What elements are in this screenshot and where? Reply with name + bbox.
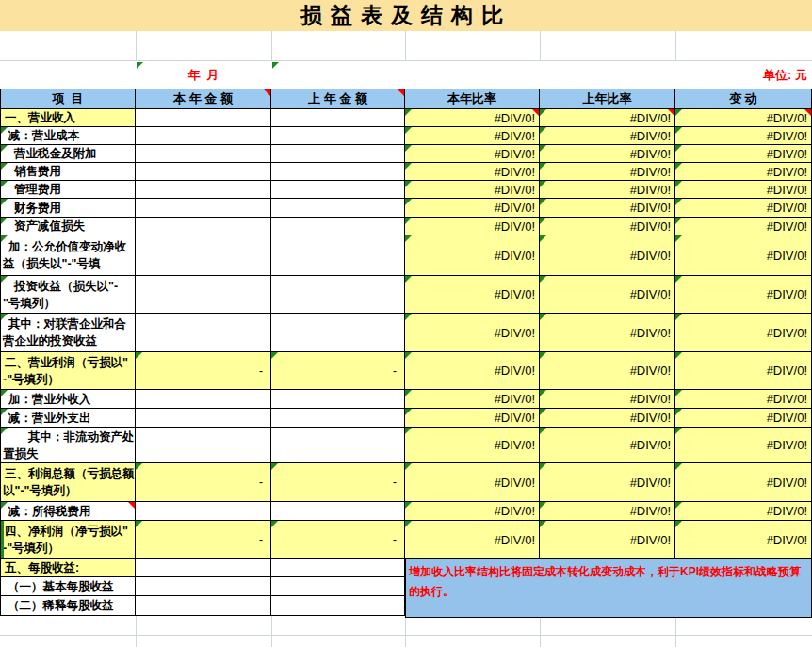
cell-ratio-prior-year[interactable]: #DIV/0!	[540, 502, 675, 521]
cell-item-label[interactable]: 加：营业外收入	[1, 390, 136, 409]
cell-amount-current-year[interactable]	[136, 235, 271, 276]
cell-ratio-change[interactable]: #DIV/0!	[675, 502, 812, 521]
cell-amount-current-year[interactable]	[136, 314, 271, 352]
cell-amount-current-year[interactable]	[136, 163, 271, 181]
cell-ratio-prior-year[interactable]: #DIV/0!	[540, 218, 675, 235]
cell-ratio-prior-year[interactable]: #DIV/0!	[540, 409, 675, 428]
cell-amount-prior-year[interactable]	[271, 181, 405, 199]
cell-amount-current-year[interactable]	[136, 199, 271, 218]
cell-ratio-prior-year[interactable]: #DIV/0!	[540, 428, 675, 463]
cell-item-label[interactable]: 三、利润总额（亏损总额 以"-"号填列）	[1, 463, 136, 502]
cell-ratio-change[interactable]: #DIV/0!	[675, 199, 812, 218]
cell-amount-prior-year[interactable]	[271, 502, 405, 521]
cell-amount-prior-year[interactable]	[271, 428, 405, 463]
cell-amount-current-year[interactable]	[136, 276, 271, 314]
cell-item-label[interactable]: 二、营业利润（亏损以" -"号填列）	[1, 352, 136, 390]
cell-ratio-prior-year[interactable]: #DIV/0!	[540, 276, 675, 314]
column-header-5[interactable]: 上年比率	[540, 89, 675, 109]
cell-amount-current-year[interactable]	[136, 218, 271, 235]
cell-ratio-change[interactable]: #DIV/0!	[675, 127, 812, 145]
cell-amount-prior-year[interactable]	[271, 276, 405, 314]
cell-ratio-current-year[interactable]: #DIV/0!	[405, 109, 540, 127]
cell-item-label[interactable]: 资产减值损失	[1, 218, 136, 235]
cell-item-label[interactable]: 财务费用	[1, 199, 136, 218]
unit-cell[interactable]: 单位: 元	[763, 61, 807, 89]
sheet-title-cell[interactable]: 损益表及结构比	[0, 0, 812, 31]
cell-item-label[interactable]: 销售费用	[1, 163, 136, 181]
cell-amount-current-year[interactable]	[136, 577, 271, 596]
cell-amount-current-year[interactable]: -	[136, 352, 271, 390]
cell-ratio-change[interactable]: #DIV/0!	[675, 109, 812, 127]
cell-amount-current-year[interactable]	[136, 409, 271, 428]
cell-ratio-change[interactable]: #DIV/0!	[675, 463, 812, 502]
cell-ratio-prior-year[interactable]: #DIV/0!	[540, 521, 675, 559]
cell-item-label[interactable]: 五、每股收益:	[1, 559, 136, 577]
cell-amount-prior-year[interactable]	[271, 127, 405, 145]
cell-ratio-change[interactable]: #DIV/0!	[675, 409, 812, 428]
cell-amount-prior-year[interactable]: -	[271, 463, 405, 502]
cell-amount-prior-year[interactable]	[271, 199, 405, 218]
cell-ratio-prior-year[interactable]: #DIV/0!	[540, 109, 675, 127]
cell-ratio-prior-year[interactable]: #DIV/0!	[540, 314, 675, 352]
cell-ratio-change[interactable]: #DIV/0!	[675, 390, 812, 409]
cell-ratio-prior-year[interactable]: #DIV/0!	[540, 199, 675, 218]
cell-ratio-current-year[interactable]: #DIV/0!	[405, 502, 540, 521]
cell-amount-current-year[interactable]	[136, 502, 271, 521]
cell-item-label[interactable]: 营业税金及附加	[1, 145, 136, 163]
cell-item-label[interactable]: 投资收益（损失以"- "号填列）	[1, 276, 136, 314]
cell-ratio-change[interactable]: #DIV/0!	[675, 521, 812, 559]
note-cell[interactable]: 增加收入比率结构比将固定成本转化成变动成本，利于KPI绩效指标和战略预算的执行。	[405, 558, 812, 618]
cell-item-label[interactable]: 减：营业成本	[1, 127, 136, 145]
cell-ratio-change[interactable]: #DIV/0!	[675, 428, 812, 463]
cell-ratio-prior-year[interactable]: #DIV/0!	[540, 390, 675, 409]
cell-ratio-prior-year[interactable]: #DIV/0!	[540, 145, 675, 163]
cell-item-label[interactable]: 减：营业外支出	[1, 409, 136, 428]
cell-amount-prior-year[interactable]	[271, 109, 405, 127]
cell-ratio-current-year[interactable]: #DIV/0!	[405, 409, 540, 428]
cell-ratio-current-year[interactable]: #DIV/0!	[405, 163, 540, 181]
cell-amount-prior-year[interactable]: -	[271, 352, 405, 390]
cell-amount-prior-year[interactable]	[271, 409, 405, 428]
cell-ratio-current-year[interactable]: #DIV/0!	[405, 428, 540, 463]
column-header-3[interactable]: 上 年 金 额	[271, 89, 405, 109]
cell-item-label[interactable]: 一、营业收入	[1, 109, 136, 127]
cell-ratio-prior-year[interactable]: #DIV/0!	[540, 463, 675, 502]
cell-item-label[interactable]: 减：所得税费用	[1, 502, 136, 521]
cell-amount-current-year[interactable]	[136, 390, 271, 409]
cell-ratio-current-year[interactable]: #DIV/0!	[405, 181, 540, 199]
column-header-4[interactable]: 本年比率	[405, 89, 540, 109]
year-month-cell[interactable]: 年 月	[136, 61, 271, 89]
cell-item-label[interactable]: 加：公允价值变动净收 益（损失以"-"号填	[1, 235, 136, 276]
column-header-6[interactable]: 变 动	[675, 89, 812, 109]
cell-amount-prior-year[interactable]: -	[271, 521, 405, 559]
column-header-1[interactable]: 项 目	[1, 89, 136, 109]
cell-item-label[interactable]: 管理费用	[1, 181, 136, 199]
cell-ratio-change[interactable]: #DIV/0!	[675, 218, 812, 235]
cell-ratio-current-year[interactable]: #DIV/0!	[405, 199, 540, 218]
cell-ratio-change[interactable]: #DIV/0!	[675, 352, 812, 390]
cell-ratio-change[interactable]: #DIV/0!	[675, 163, 812, 181]
cell-amount-current-year[interactable]: -	[136, 463, 271, 502]
cell-amount-current-year[interactable]	[136, 559, 271, 577]
cell-ratio-current-year[interactable]: #DIV/0!	[405, 352, 540, 390]
cell-amount-prior-year[interactable]	[271, 145, 405, 163]
cell-ratio-change[interactable]: #DIV/0!	[675, 314, 812, 352]
cell-amount-current-year[interactable]: -	[136, 521, 271, 559]
cell-amount-prior-year[interactable]	[271, 314, 405, 352]
cell-ratio-change[interactable]: #DIV/0!	[675, 145, 812, 163]
cell-amount-current-year[interactable]	[136, 596, 271, 616]
cell-ratio-current-year[interactable]: #DIV/0!	[405, 235, 540, 276]
cell-ratio-change[interactable]: #DIV/0!	[675, 235, 812, 276]
cell-ratio-current-year[interactable]: #DIV/0!	[405, 521, 540, 559]
cell-ratio-prior-year[interactable]: #DIV/0!	[540, 181, 675, 199]
cell-ratio-current-year[interactable]: #DIV/0!	[405, 276, 540, 314]
cell-ratio-change[interactable]: #DIV/0!	[675, 181, 812, 199]
cell-ratio-current-year[interactable]: #DIV/0!	[405, 314, 540, 352]
cell-ratio-prior-year[interactable]: #DIV/0!	[540, 352, 675, 390]
cell-amount-current-year[interactable]	[136, 181, 271, 199]
cell-ratio-current-year[interactable]: #DIV/0!	[405, 463, 540, 502]
cell-amount-current-year[interactable]	[136, 127, 271, 145]
cell-amount-prior-year[interactable]	[271, 218, 405, 235]
cell-item-label[interactable]: （一）基本每股收益	[1, 577, 136, 596]
cell-amount-prior-year[interactable]	[271, 163, 405, 181]
